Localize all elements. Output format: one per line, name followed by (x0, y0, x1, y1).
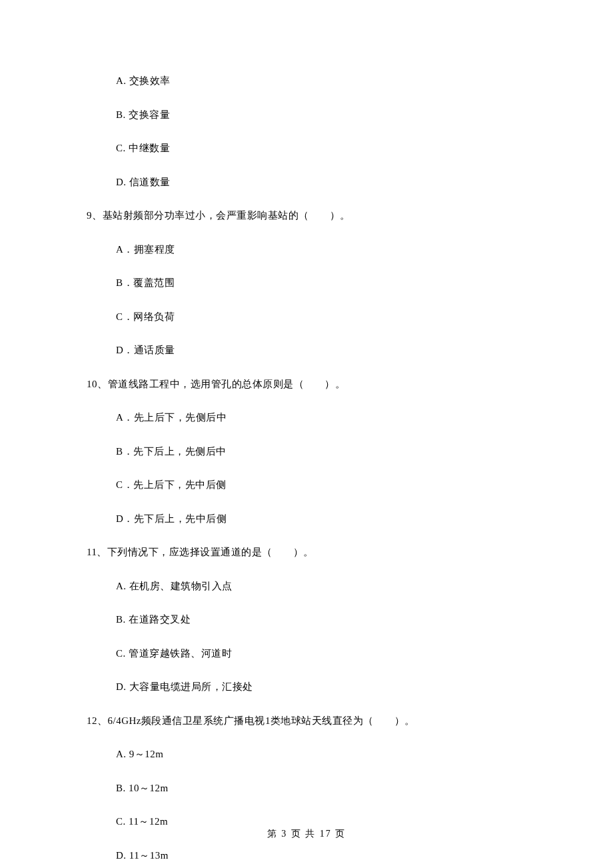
q12-option-a: A. 9～12m (116, 747, 526, 762)
q12-option-b: B. 10～12m (116, 781, 526, 796)
question-11: 11、下列情况下，应选择设置通道的是（ ）。 (87, 545, 526, 560)
q11-option-b: B. 在道路交叉处 (116, 612, 526, 627)
question-9: 9、基站射频部分功率过小，会严重影响基站的（ ）。 (87, 208, 526, 223)
q9-option-d: D．通话质量 (116, 343, 526, 358)
q9-option-a: A．拥塞程度 (116, 242, 526, 257)
option-c: C. 中继数量 (116, 141, 526, 156)
q9-option-b: B．覆盖范围 (116, 275, 526, 291)
q10-option-a: A．先上后下，先侧后中 (116, 410, 526, 425)
q9-option-c: C．网络负荷 (116, 309, 526, 325)
page-footer: 第 3 页 共 17 页 (0, 828, 613, 840)
option-a: A. 交换效率 (116, 73, 526, 89)
option-b: B. 交换容量 (116, 107, 526, 123)
q12-option-c: C. 11～12m (116, 814, 526, 829)
q11-option-a: A. 在机房、建筑物引入点 (116, 579, 526, 594)
question-10: 10、管道线路工程中，选用管孔的总体原则是（ ）。 (87, 377, 526, 392)
q10-option-d: D．先下后上，先中后侧 (116, 511, 526, 527)
q12-option-d: D. 11～13m (116, 848, 526, 863)
q10-option-c: C．先上后下，先中后侧 (116, 477, 526, 493)
q10-option-b: B．先下后上，先侧后中 (116, 444, 526, 459)
q11-option-c: C. 管道穿越铁路、河道时 (116, 646, 526, 661)
option-d: D. 信道数量 (116, 175, 526, 190)
q11-option-d: D. 大容量电缆进局所，汇接处 (116, 679, 526, 695)
question-12: 12、6/4GHz频段通信卫星系统广播电视1类地球站天线直径为（ ）。 (87, 713, 526, 729)
